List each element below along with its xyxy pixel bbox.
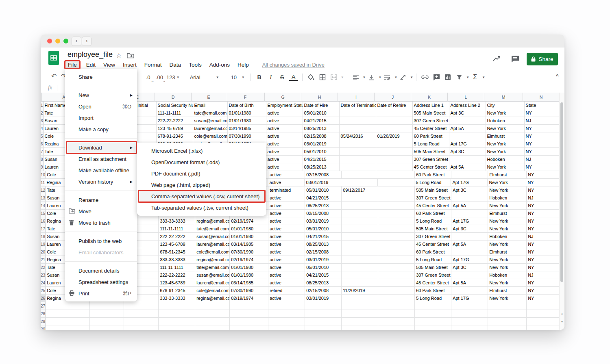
cell-K20[interactable]: 60 Park Street [415, 248, 451, 256]
cell-N4[interactable]: NY [525, 125, 560, 132]
cell-G13[interactable]: active [268, 194, 305, 202]
undo-icon[interactable]: ↶ [51, 72, 57, 80]
column-header-M[interactable]: M [484, 93, 523, 102]
cell-I1[interactable]: Date of Termination [340, 102, 376, 109]
cell-G17[interactable]: active [268, 225, 305, 233]
cell-H24[interactable]: 08/25/2013 [305, 279, 342, 287]
cell-A27[interactable] [46, 302, 90, 310]
cell-N13[interactable]: NJ [527, 194, 560, 202]
cell-K8[interactable]: 307 Green Street [413, 156, 449, 163]
cell-M11[interactable]: New York [488, 179, 526, 186]
cell-F2[interactable]: 01/01/1980 [228, 109, 266, 117]
cell-F29[interactable] [230, 318, 268, 325]
cell-N12[interactable]: NY [527, 186, 560, 194]
cell-L11[interactable]: Apt 17G [451, 179, 488, 186]
cell-L15[interactable] [451, 210, 488, 217]
cell-D30[interactable] [159, 325, 195, 330]
insert-comment-icon[interactable] [432, 72, 441, 82]
cell-F28[interactable] [230, 310, 268, 318]
menu-data[interactable]: Data [166, 61, 185, 69]
cell-L18[interactable] [451, 233, 488, 240]
cell-K22[interactable]: 505 Main Street [415, 264, 451, 271]
vertical-align-icon[interactable] [367, 72, 376, 82]
cell-F21[interactable]: 02/19/1974 [230, 256, 268, 264]
cell-L26[interactable]: Apt 17G [451, 295, 488, 302]
download-item-tsv[interactable]: Tab-separated values (.tsv, current shee… [137, 202, 266, 213]
column-header-K[interactable]: K [411, 93, 448, 102]
cell-H9[interactable]: 08/25/2013 [303, 163, 340, 171]
cell-J19[interactable] [378, 240, 415, 248]
cell-F4[interactable]: 03/14/1985 [228, 125, 266, 132]
file-menu-item-make-available-offline[interactable]: Make available offline [65, 165, 137, 176]
cell-M19[interactable]: New York [488, 240, 527, 248]
cell-M30[interactable] [488, 325, 527, 330]
cell-M10[interactable]: Elmhurst [488, 171, 527, 179]
cell-D21[interactable]: 333-33-3333 [159, 256, 195, 264]
cell-H16[interactable]: 03/01/2019 [305, 217, 342, 225]
row-header-10[interactable]: 10 [41, 171, 46, 179]
menu-insert[interactable]: Insert [120, 61, 140, 69]
strikethrough-button[interactable]: S [278, 72, 287, 82]
cell-L25[interactable] [451, 287, 488, 295]
cell-M29[interactable] [488, 318, 527, 325]
cell-H8[interactable]: 04/21/2015 [303, 156, 340, 163]
cell-M22[interactable]: New York [488, 264, 527, 271]
bold-button[interactable]: B [255, 72, 264, 82]
row-header-30[interactable]: 30 [41, 325, 46, 330]
cell-M18[interactable]: Hoboken [488, 233, 527, 240]
file-menu-item-publish-to-the-web[interactable]: Publish to the web [65, 235, 137, 247]
font-size-select[interactable]: 10▼ [229, 72, 246, 82]
cell-J25[interactable] [378, 287, 415, 295]
cell-G9[interactable]: active [266, 163, 303, 171]
cell-G26[interactable]: active [268, 295, 305, 302]
cell-L24[interactable]: Apt 5A [451, 279, 488, 287]
cell-L10[interactable] [451, 171, 488, 179]
cell-D1[interactable]: Social Security Number [157, 102, 193, 109]
cell-G22[interactable]: active [268, 264, 305, 271]
decrease-decimal-button[interactable]: .0← [144, 72, 152, 82]
cell-I20[interactable] [342, 248, 378, 256]
cell-G12[interactable]: terminated [268, 186, 305, 194]
cell-K2[interactable]: 505 Main Street [413, 109, 449, 117]
cell-L16[interactable]: Apt 17G [451, 217, 488, 225]
cell-M23[interactable]: Hoboken [488, 271, 527, 279]
cell-G18[interactable]: active [268, 233, 305, 240]
column-header-G[interactable]: G [265, 93, 301, 102]
fill-color-icon[interactable] [307, 72, 316, 82]
menu-addons[interactable]: Add-ons [206, 61, 233, 69]
cell-J6[interactable] [376, 140, 413, 148]
menu-file[interactable]: File [64, 60, 81, 69]
cell-M12[interactable]: New York [488, 186, 527, 194]
chevron-down-icon[interactable]: ▼ [394, 76, 397, 79]
cell-F3[interactable]: 01/01/1980 [228, 117, 266, 125]
cell-E4[interactable]: lauren@email.com [193, 125, 228, 132]
column-header-H[interactable]: H [301, 93, 338, 102]
cell-I19[interactable] [342, 240, 378, 248]
cell-J9[interactable] [376, 163, 413, 171]
cell-J1[interactable]: Date of Rehire [376, 102, 413, 109]
cell-I4[interactable] [340, 125, 376, 132]
column-header-J[interactable]: J [375, 93, 411, 102]
file-menu-item-move[interactable]: Move [65, 206, 137, 217]
cell-G14[interactable]: active [268, 202, 305, 210]
cell-L12[interactable]: Apt 3C [451, 186, 488, 194]
cell-I24[interactable] [342, 279, 378, 287]
cell-N29[interactable] [527, 318, 560, 325]
cell-I3[interactable] [340, 117, 376, 125]
cell-D4[interactable]: 123-45-6789 [157, 125, 193, 132]
cell-M13[interactable]: Hoboken [488, 194, 527, 202]
row-header-20[interactable]: 20 [41, 248, 46, 256]
cell-L17[interactable]: Apt 3C [451, 225, 488, 233]
cell-N19[interactable]: NY [527, 240, 560, 248]
cell-H27[interactable] [305, 302, 342, 310]
cell-G5[interactable]: active [266, 132, 303, 140]
chevron-down-icon[interactable]: ▼ [410, 76, 413, 79]
cell-M20[interactable]: Elmhurst [488, 248, 527, 256]
cell-B28[interactable] [90, 310, 124, 318]
cell-G21[interactable]: active [268, 256, 305, 264]
cell-E16[interactable]: regina@email.com [195, 217, 230, 225]
cell-L6[interactable]: Apt 17G [449, 140, 486, 148]
cell-N17[interactable]: NY [527, 225, 560, 233]
cell-N8[interactable]: NJ [525, 156, 560, 163]
font-family-select[interactable]: Arial▼ [188, 72, 221, 82]
